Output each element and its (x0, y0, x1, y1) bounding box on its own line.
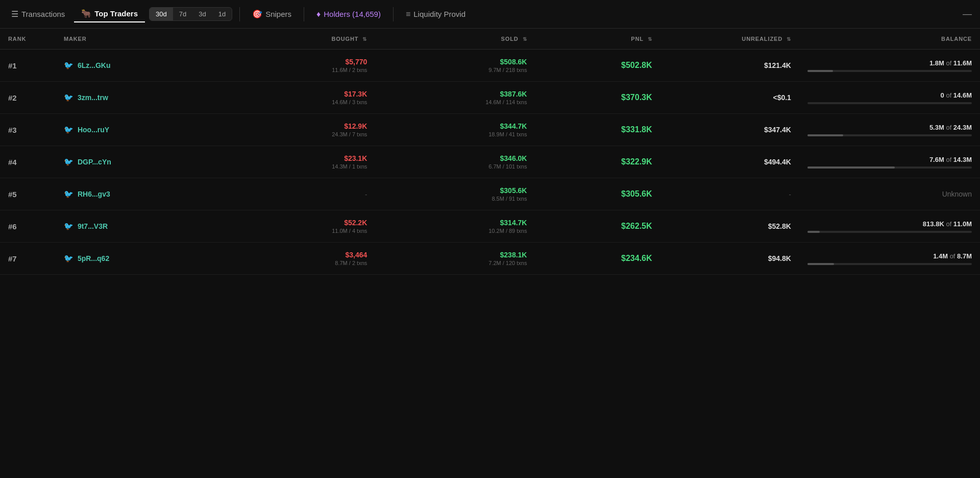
maker-cell[interactable]: 🐦 9t7...V3R (56, 210, 223, 243)
nav-transactions[interactable]: ☰ Transactions (4, 6, 72, 22)
balance-numbers: 1.4M of 8.7M (807, 252, 972, 260)
balance-cell: 5.3M of 24.3M (799, 114, 980, 146)
table-row[interactable]: #7 🐦 5pR...q62 $3,464 8.7M / 2 txns $238… (0, 243, 980, 275)
balance-bar-fill (807, 70, 833, 72)
bull-icon: 🐂 (81, 9, 91, 18)
bought-cell: - (223, 178, 376, 210)
sold-sub: 9.7M / 218 txns (383, 67, 527, 73)
maker-address: 6Lz...GKu (78, 61, 111, 69)
unrealized-cell: <$0.1 (660, 82, 799, 114)
balance-cell: 1.8M of 11.6M (799, 50, 980, 82)
nav-top-traders[interactable]: 🐂 Top Traders (74, 6, 145, 22)
maker-cell[interactable]: 🐦 RH6...gv3 (56, 178, 223, 210)
col-header-bought: Bought ⇅ (223, 29, 376, 50)
pnl-value: $262.5K (621, 222, 652, 230)
sold-cell: $346.0K 6.7M / 101 txns (375, 146, 535, 178)
sold-sub: 10.2M / 89 txns (383, 228, 527, 234)
unrealized-value: $347.4K (764, 126, 791, 134)
balance-of: of (946, 59, 951, 67)
nav-holders-label: Holders (14,659) (324, 10, 381, 18)
nav-collapse-button[interactable]: — (959, 9, 976, 19)
bought-sub: 14.6M / 3 txns (231, 99, 368, 105)
bought-sub: 8.7M / 2 txns (231, 260, 368, 266)
pnl-sort-icon[interactable]: ⇅ (648, 36, 652, 42)
maker-cell[interactable]: 🐦 6Lz...GKu (56, 50, 223, 82)
balance-bar-track (807, 70, 972, 72)
period-30d[interactable]: 30d (150, 8, 173, 20)
nav-snipers[interactable]: 🎯 Snipers (245, 6, 299, 22)
maker-cell[interactable]: 🐦 Hoo...ruY (56, 114, 223, 146)
holders-icon: ♦ (316, 10, 321, 19)
nav-snipers-label: Snipers (265, 10, 291, 18)
balance-bar-fill (807, 263, 834, 265)
rank-value: #1 (8, 61, 17, 70)
maker-address: 5pR...q62 (78, 254, 109, 262)
bought-sub: 14.3M / 1 txns (231, 163, 368, 170)
sold-sub: 18.9M / 41 txns (383, 131, 527, 137)
table-row[interactable]: #5 🐦 RH6...gv3 - $305.6K 8.5M / 91 txns$… (0, 178, 980, 210)
table-row[interactable]: #2 🐦 3zm...trw $17.3K 14.6M / 3 txns $38… (0, 82, 980, 114)
pnl-cell: $331.8K (535, 114, 660, 146)
table-row[interactable]: #6 🐦 9t7...V3R $52.2K 11.0M / 4 txns $31… (0, 210, 980, 243)
sold-primary: $305.6K (383, 186, 527, 195)
balance-bar-fill (807, 231, 820, 233)
col-header-pnl: PNL ⇅ (535, 29, 660, 50)
unrealized-value: $52.8K (768, 222, 791, 230)
bought-primary: $23.1K (231, 154, 368, 162)
bought-primary: $5,770 (231, 58, 368, 66)
nav-liquidity[interactable]: ≡ Liquidity Provid (399, 7, 473, 22)
unrealized-cell: $94.8K (660, 243, 799, 275)
pnl-cell: $502.8K (535, 50, 660, 82)
pnl-value: $370.3K (621, 93, 652, 102)
maker-address: Hoo...ruY (78, 126, 109, 134)
nav-divider-3 (393, 7, 394, 21)
balance-cell: 0 of 14.6M (799, 82, 980, 114)
maker-cell[interactable]: 🐦 5pR...q62 (56, 243, 223, 275)
period-7d[interactable]: 7d (173, 8, 192, 20)
maker-cell[interactable]: 🐦 DGP...cYn (56, 146, 223, 178)
maker-address: DGP...cYn (78, 158, 111, 166)
balance-numbers: 5.3M of 24.3M (807, 124, 972, 131)
table-row[interactable]: #1 🐦 6Lz...GKu $5,770 11.6M / 2 txns $50… (0, 50, 980, 82)
rank-cell: #5 (0, 178, 56, 210)
period-3d[interactable]: 3d (192, 8, 212, 20)
balance-of: of (946, 220, 951, 228)
twitter-icon: 🐦 (64, 254, 74, 263)
table-row[interactable]: #3 🐦 Hoo...ruY $12.9K 24.3M / 7 txns $34… (0, 114, 980, 146)
bought-cell: $12.9K 24.3M / 7 txns (223, 114, 376, 146)
pnl-cell: $262.5K (535, 210, 660, 243)
rank-value: #5 (8, 190, 17, 199)
table-row[interactable]: #4 🐦 DGP...cYn $23.1K 14.3M / 1 txns $34… (0, 146, 980, 178)
twitter-icon: 🐦 (64, 157, 74, 166)
period-group: 30d 7d 3d 1d (149, 7, 232, 21)
rank-value: #4 (8, 158, 17, 166)
period-1d[interactable]: 1d (212, 8, 232, 20)
sold-cell: $314.7K 10.2M / 89 txns (375, 210, 535, 243)
nav-holders[interactable]: ♦ Holders (14,659) (309, 7, 388, 22)
balance-cell: 7.6M of 14.3M (799, 146, 980, 178)
maker-cell[interactable]: 🐦 3zm...trw (56, 82, 223, 114)
twitter-icon: 🐦 (64, 93, 74, 102)
balance-cell: Unknown (799, 178, 980, 210)
balance-of: of (950, 252, 955, 260)
twitter-icon: 🐦 (64, 125, 74, 134)
col-header-unrealized: Unrealized ⇅ (660, 29, 799, 50)
sold-sub: 8.5M / 91 txns (383, 196, 527, 202)
balance-bar-track (807, 263, 972, 265)
bought-sort-icon[interactable]: ⇅ (362, 36, 367, 42)
rank-cell: #7 (0, 243, 56, 275)
nav-bar: ☰ Transactions 🐂 Top Traders 30d 7d 3d 1… (0, 0, 980, 29)
unrealized-sort-icon[interactable]: ⇅ (787, 36, 791, 42)
sold-sort-icon[interactable]: ⇅ (523, 36, 527, 42)
nav-divider-2 (304, 7, 304, 21)
maker-address: 9t7...V3R (78, 222, 108, 230)
unrealized-cell: $52.8K (660, 210, 799, 243)
unrealized-value: $94.8K (768, 254, 791, 262)
sold-primary: $508.6K (383, 58, 527, 66)
bought-cell: $3,464 8.7M / 2 txns (223, 243, 376, 275)
sold-cell: $305.6K 8.5M / 91 txns (375, 178, 535, 210)
rank-cell: #6 (0, 210, 56, 243)
balance-unknown: Unknown (942, 190, 972, 198)
bought-primary: $17.3K (231, 90, 368, 98)
balance-numbers: 813.8K of 11.0M (807, 220, 972, 228)
